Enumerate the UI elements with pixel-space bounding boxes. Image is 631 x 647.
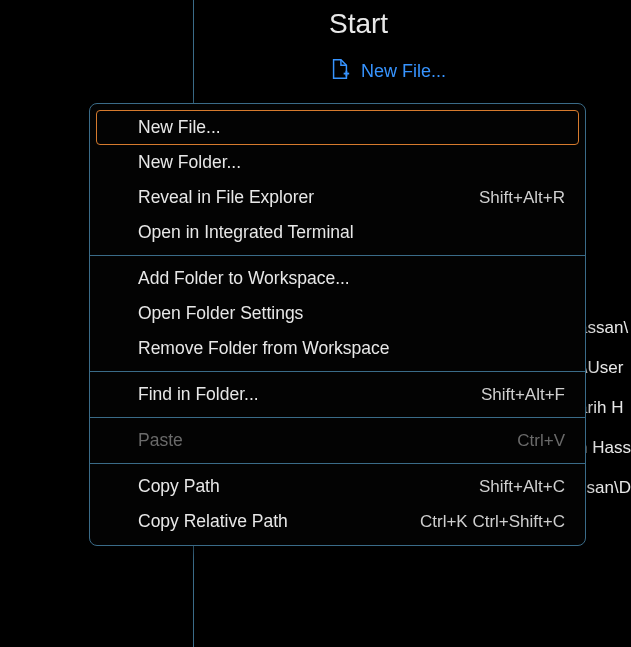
menu-item-shortcut: Ctrl+K Ctrl+Shift+C	[420, 512, 565, 532]
menu-item-label: Open in Integrated Terminal	[138, 222, 354, 243]
menu-item-paste: PasteCtrl+V	[96, 423, 579, 458]
recent-path-fragment: n Hass	[578, 438, 631, 478]
menu-separator	[90, 417, 585, 418]
recent-path-fragment: arih H	[578, 398, 631, 438]
menu-item-label: Reveal in File Explorer	[138, 187, 314, 208]
menu-item-open-folder-settings[interactable]: Open Folder Settings	[96, 296, 579, 331]
new-file-link-label: New File...	[361, 61, 446, 82]
start-title: Start	[329, 8, 446, 40]
menu-item-add-folder-to-workspace[interactable]: Add Folder to Workspace...	[96, 261, 579, 296]
menu-item-shortcut: Shift+Alt+C	[479, 477, 565, 497]
menu-separator	[90, 463, 585, 464]
new-file-icon	[329, 58, 351, 85]
menu-item-shortcut: Shift+Alt+F	[481, 385, 565, 405]
menu-item-label: Copy Relative Path	[138, 511, 288, 532]
menu-item-label: Copy Path	[138, 476, 220, 497]
recent-path-fragment: :\User	[578, 358, 631, 398]
new-file-link[interactable]: New File...	[329, 58, 446, 85]
start-section: Start New File...	[244, 8, 446, 85]
background-recent-paths: assan\ :\User arih H n Hass ssan\D	[578, 318, 631, 518]
menu-item-open-in-integrated-terminal[interactable]: Open in Integrated Terminal	[96, 215, 579, 250]
menu-item-label: Open Folder Settings	[138, 303, 303, 324]
recent-path-fragment: ssan\D	[578, 478, 631, 518]
menu-item-copy-relative-path[interactable]: Copy Relative PathCtrl+K Ctrl+Shift+C	[96, 504, 579, 539]
menu-separator	[90, 371, 585, 372]
recent-path-fragment: assan\	[578, 318, 631, 358]
menu-item-label: Paste	[138, 430, 183, 451]
menu-item-label: Find in Folder...	[138, 384, 259, 405]
menu-item-label: New Folder...	[138, 152, 241, 173]
menu-separator	[90, 255, 585, 256]
menu-item-label: New File...	[138, 117, 221, 138]
menu-item-shortcut: Ctrl+V	[517, 431, 565, 451]
menu-item-new-file[interactable]: New File...	[96, 110, 579, 145]
menu-item-reveal-in-file-explorer[interactable]: Reveal in File ExplorerShift+Alt+R	[96, 180, 579, 215]
menu-item-remove-folder-from-workspace[interactable]: Remove Folder from Workspace	[96, 331, 579, 366]
menu-item-new-folder[interactable]: New Folder...	[96, 145, 579, 180]
menu-item-label: Remove Folder from Workspace	[138, 338, 390, 359]
menu-item-find-in-folder[interactable]: Find in Folder...Shift+Alt+F	[96, 377, 579, 412]
menu-item-shortcut: Shift+Alt+R	[479, 188, 565, 208]
context-menu: New File...New Folder...Reveal in File E…	[89, 103, 586, 546]
menu-item-label: Add Folder to Workspace...	[138, 268, 350, 289]
menu-item-copy-path[interactable]: Copy PathShift+Alt+C	[96, 469, 579, 504]
